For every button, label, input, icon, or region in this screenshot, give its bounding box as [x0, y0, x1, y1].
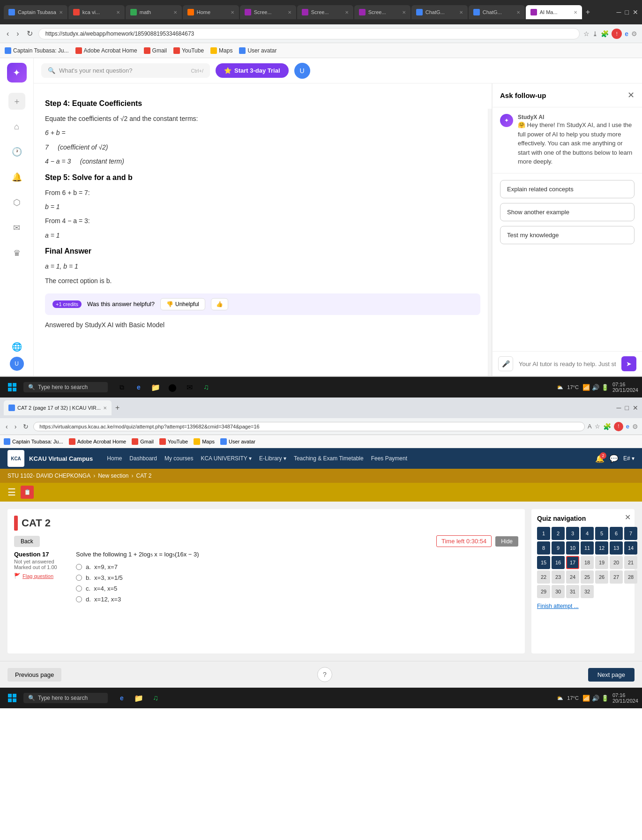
bookmark-star-icon[interactable]: ☆	[583, 30, 590, 38]
sidebar-inbox-button[interactable]: ✉	[8, 219, 25, 236]
tab-scree3[interactable]: Scree... ✕	[354, 5, 411, 19]
bm-maps-b2[interactable]: Maps	[194, 438, 215, 445]
bookmark-youtube[interactable]: YouTube	[173, 47, 204, 54]
quiz-nav-btn-6[interactable]: 6	[610, 527, 623, 540]
hide-timer-button[interactable]: Hide	[495, 536, 518, 547]
unhelpful-button[interactable]: 👎 Unhelpful	[160, 298, 205, 310]
quiz-nav-btn-18[interactable]: 18	[581, 556, 594, 569]
windows-search-box[interactable]: 🔍 Type here to search	[23, 382, 108, 392]
option-b-radio[interactable]	[76, 575, 82, 581]
quiz-nav-btn-17[interactable]: 17	[566, 556, 579, 569]
help-button[interactable]: ?	[317, 667, 332, 682]
user-menu-kcau[interactable]: E# ▾	[623, 455, 635, 462]
bm-captain-b2[interactable]: Captain Tsubasa: Ju...	[4, 438, 63, 445]
breadcrumb-course[interactable]: STU 1102- DAVID CHEPKONGA	[7, 472, 90, 479]
user-avatar-button[interactable]: U	[294, 63, 310, 79]
chat-icon-kcau[interactable]: 💬	[609, 454, 619, 463]
windows-search-box-b2[interactable]: 🔍 Type here to search	[23, 693, 108, 703]
quiz-nav-btn-9[interactable]: 9	[552, 541, 565, 555]
explain-concepts-button[interactable]: Explain related concepts	[500, 180, 635, 198]
settings-icon[interactable]: ⚙	[631, 30, 637, 38]
tab-close-btn[interactable]: ✕	[402, 10, 406, 15]
taskbar-file-explorer-b2[interactable]: 📁	[131, 690, 146, 705]
tab-close-btn[interactable]: ✕	[345, 10, 349, 15]
option-a-radio[interactable]	[76, 564, 82, 570]
profile-icon[interactable]: !	[612, 29, 622, 39]
reload-button-b2[interactable]: ↻	[21, 421, 30, 432]
quiz-nav-btn-20[interactable]: 20	[610, 556, 623, 569]
bookmark-gmail[interactable]: Gmail	[144, 47, 167, 54]
quiz-nav-btn-12[interactable]: 12	[595, 541, 608, 555]
tab-close-btn[interactable]: ✕	[459, 10, 463, 15]
wifi-icon[interactable]: 📶	[582, 384, 590, 391]
helpful-button[interactable]: 👍	[211, 298, 228, 310]
bookmark-avatar[interactable]: User avatar	[239, 47, 276, 54]
wifi-icon-b2[interactable]: 📶	[582, 695, 590, 702]
back-button[interactable]: ‹	[5, 28, 11, 40]
quiz-nav-btn-25[interactable]: 25	[581, 570, 594, 584]
minimize-button[interactable]: ─	[617, 8, 621, 16]
quiz-nav-btn-1[interactable]: 1	[537, 527, 550, 540]
flag-question-link[interactable]: Flag question	[22, 573, 53, 579]
volume-icon[interactable]: 🔊	[592, 384, 599, 391]
tab-close-btn[interactable]: ✕	[116, 10, 120, 15]
tab-scree1[interactable]: Scree... ✕	[240, 5, 296, 19]
close-window-button-b2[interactable]: ✕	[633, 404, 638, 412]
quiz-back-button[interactable]: Back	[14, 536, 40, 547]
new-tab-button[interactable]: +	[583, 8, 593, 16]
reload-button[interactable]: ↻	[25, 27, 35, 40]
quiz-nav-btn-10[interactable]: 10	[566, 541, 579, 555]
show-example-button[interactable]: Show another example	[500, 203, 635, 221]
taskbar-chrome-icon[interactable]: ⬤	[165, 380, 180, 395]
start-button-b2[interactable]	[4, 690, 21, 706]
close-window-button[interactable]: ✕	[633, 8, 638, 16]
address-input-b2[interactable]	[33, 422, 585, 431]
tab-close-btn[interactable]: ✕	[59, 10, 63, 15]
restore-button-b2[interactable]: □	[625, 404, 629, 412]
nav-timetable[interactable]: Teaching & Exam Timetable	[294, 455, 364, 462]
back-button-b2[interactable]: ‹	[4, 421, 10, 432]
studyx-logo[interactable]: ✦	[7, 63, 27, 82]
nav-dashboard[interactable]: Dashboard	[129, 455, 157, 462]
address-input[interactable]	[38, 28, 580, 39]
sidebar-crown-button[interactable]: ♛	[8, 245, 25, 262]
tab-close-btn[interactable]: ✕	[173, 10, 177, 15]
translate-icon[interactable]: A	[588, 423, 592, 430]
sidebar-globe-button[interactable]: 🌐	[8, 338, 25, 355]
quiz-nav-btn-24[interactable]: 24	[566, 570, 579, 584]
quiz-nav-btn-26[interactable]: 26	[595, 570, 608, 584]
quiz-nav-btn-23[interactable]: 23	[552, 570, 565, 584]
volume-icon-b2[interactable]: 🔊	[592, 695, 599, 702]
new-tab-button-b2[interactable]: +	[112, 404, 122, 412]
finish-attempt-link[interactable]: Finish attempt ...	[537, 603, 629, 609]
tab-close-btn[interactable]: ✕	[103, 405, 107, 411]
tab-close-btn[interactable]: ✕	[231, 10, 234, 15]
taskbar-file-explorer-icon[interactable]: 📁	[148, 380, 163, 395]
tab-chatg2[interactable]: ChatG... ✕	[469, 5, 525, 19]
tab-math[interactable]: math ✕	[126, 5, 182, 19]
maximize-button[interactable]: □	[625, 8, 629, 16]
send-button[interactable]: ➤	[621, 356, 636, 371]
quiz-nav-btn-11[interactable]: 11	[581, 541, 594, 555]
battery-icon[interactable]: 🔋	[601, 384, 609, 391]
quiz-nav-btn-8[interactable]: 8	[537, 541, 550, 555]
bookmark-captain[interactable]: Captain Tsubasa: Ju...	[5, 47, 69, 54]
bm-gmail-b2[interactable]: Gmail	[132, 438, 154, 445]
download-icon[interactable]: ⤓	[592, 30, 598, 38]
task-view-button[interactable]: ⧉	[114, 380, 129, 395]
tab-chatg1[interactable]: ChatG... ✕	[411, 5, 468, 19]
sidebar-user-button[interactable]: U	[8, 355, 25, 372]
sidebar-add-button[interactable]: ＋	[8, 93, 25, 110]
quiz-nav-btn-31[interactable]: 31	[566, 585, 579, 598]
nav-home[interactable]: Home	[107, 455, 122, 462]
nav-kcau-university[interactable]: KCA UNIVERSITY	[201, 455, 251, 462]
sidebar-history-button[interactable]: 🕐	[8, 143, 25, 160]
edge-icon-b2[interactable]: e	[626, 423, 629, 430]
nav-fees[interactable]: Fees Payment	[371, 455, 407, 462]
quiz-nav-btn-13[interactable]: 13	[610, 541, 623, 555]
nav-elibrary[interactable]: E-Library	[259, 455, 286, 462]
tab-scree2[interactable]: Scree... ✕	[297, 5, 353, 19]
browser2-tab-kcau[interactable]: CAT 2 (page 17 of 32) | KCAU VIR... ✕	[4, 400, 112, 415]
sidebar-3d-button[interactable]: ⬡	[8, 194, 25, 211]
quiz-nav-btn-30[interactable]: 30	[552, 585, 565, 598]
